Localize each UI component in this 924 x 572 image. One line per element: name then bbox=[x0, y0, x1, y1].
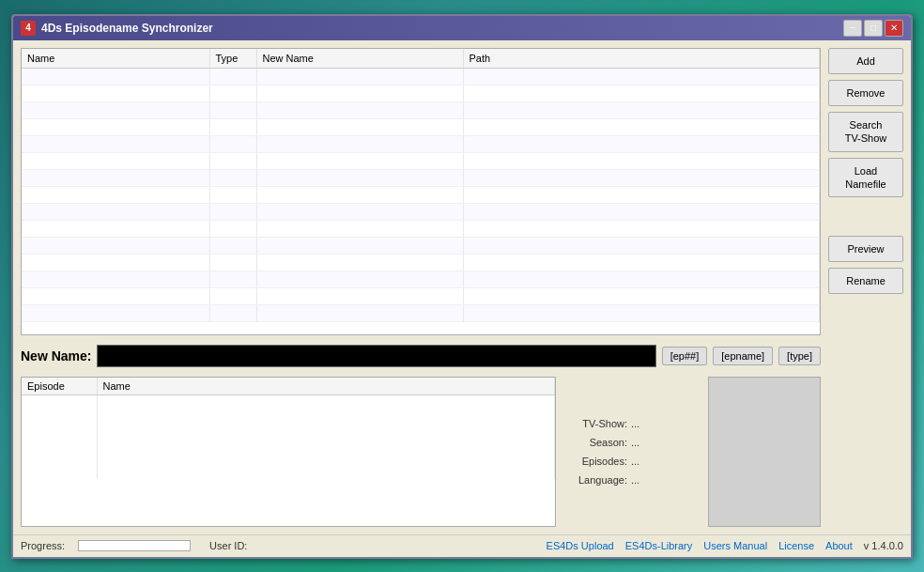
load-namefile-button[interactable]: LoadNamefile bbox=[828, 158, 903, 198]
bottom-panels: Episode Name bbox=[21, 377, 821, 527]
ep-table-row bbox=[22, 411, 555, 428]
ep-table-row bbox=[22, 428, 555, 445]
episode-table-container: Episode Name bbox=[21, 377, 556, 527]
table-row bbox=[22, 135, 820, 152]
ep-table-row bbox=[22, 445, 555, 462]
license-link[interactable]: License bbox=[778, 540, 814, 551]
col-header-newname: New Name bbox=[256, 49, 463, 69]
search-tv-show-button[interactable]: SearchTV-Show bbox=[828, 112, 903, 152]
season-value: ... bbox=[631, 437, 639, 448]
language-row: Language: ... bbox=[562, 474, 704, 486]
content-area: Name Type New Name Path bbox=[13, 40, 911, 534]
file-table: Name Type New Name Path bbox=[22, 49, 820, 322]
table-row bbox=[22, 186, 820, 203]
table-row bbox=[22, 287, 820, 304]
col-header-path: Path bbox=[463, 49, 820, 69]
tv-show-row: TV-Show: ... bbox=[562, 418, 704, 429]
es4ds-upload-link[interactable]: ES4Ds Upload bbox=[547, 540, 614, 551]
about-link[interactable]: About bbox=[825, 540, 853, 551]
table-row bbox=[22, 304, 820, 321]
status-links: ES4Ds Upload ES4Ds-Library Users Manual … bbox=[547, 540, 903, 551]
user-id-label: User ID: bbox=[209, 540, 247, 551]
main-window: 4 4Ds Episodename Synchronizer − □ ✕ Nam… bbox=[11, 14, 913, 559]
users-manual-link[interactable]: Users Manual bbox=[703, 540, 767, 551]
table-row bbox=[22, 118, 820, 135]
table-row bbox=[22, 152, 820, 169]
table-row bbox=[22, 169, 820, 186]
es4ds-library-link[interactable]: ES4Ds-Library bbox=[625, 540, 693, 551]
ep-col-episode: Episode bbox=[22, 378, 97, 395]
new-name-input[interactable] bbox=[97, 345, 655, 367]
season-label: Season: bbox=[562, 437, 627, 448]
epnum-button[interactable]: [ep##] bbox=[662, 347, 708, 365]
type-button[interactable]: [type] bbox=[778, 347, 821, 365]
close-button[interactable]: ✕ bbox=[885, 20, 903, 37]
version-text: v 1.4.0.0 bbox=[864, 540, 903, 551]
maximize-button[interactable]: □ bbox=[864, 20, 883, 37]
language-label: Language: bbox=[562, 474, 627, 486]
remove-button[interactable]: Remove bbox=[828, 80, 903, 106]
thumbnail-area bbox=[708, 377, 821, 527]
episode-table: Episode Name bbox=[22, 378, 555, 480]
col-header-type: Type bbox=[209, 49, 256, 69]
show-info: TV-Show: ... Season: ... Episodes: ... bbox=[562, 377, 704, 527]
minimize-button[interactable]: − bbox=[843, 20, 862, 37]
title-bar: 4 4Ds Episodename Synchronizer − □ ✕ bbox=[13, 16, 911, 40]
table-row bbox=[22, 271, 820, 287]
table-row bbox=[22, 203, 820, 220]
table-row bbox=[22, 254, 820, 271]
ep-table-row bbox=[22, 394, 555, 411]
episodes-label: Episodes: bbox=[562, 456, 627, 467]
window-title: 4Ds Episodename Synchronizer bbox=[41, 22, 843, 35]
new-name-row: New Name: [ep##] [epname] [type] bbox=[21, 341, 821, 371]
ep-table-row bbox=[22, 462, 555, 479]
progress-label: Progress: bbox=[21, 540, 65, 551]
side-buttons: Add Remove SearchTV-Show LoadNamefile ‎ … bbox=[828, 48, 903, 527]
episodes-value: ... bbox=[631, 456, 639, 467]
window-controls: − □ ✕ bbox=[843, 20, 903, 37]
progress-bar bbox=[78, 540, 191, 551]
table-row bbox=[22, 85, 820, 101]
add-button[interactable]: Add bbox=[828, 48, 903, 74]
language-value: ... bbox=[631, 474, 639, 486]
epname-button[interactable]: [epname] bbox=[713, 347, 773, 365]
tv-show-label: TV-Show: bbox=[562, 418, 627, 429]
preview-button[interactable]: Preview bbox=[828, 236, 903, 262]
table-row bbox=[22, 237, 820, 254]
rename-button[interactable]: Rename bbox=[828, 268, 903, 294]
tv-show-value: ... bbox=[631, 418, 639, 429]
episodes-row: Episodes: ... bbox=[562, 456, 704, 467]
table-row bbox=[22, 101, 820, 118]
season-row: Season: ... bbox=[562, 437, 704, 448]
new-name-label: New Name: bbox=[21, 348, 91, 363]
file-table-container: Name Type New Name Path bbox=[21, 48, 821, 335]
info-panel: TV-Show: ... Season: ... Episodes: ... bbox=[562, 377, 821, 527]
main-panel: Name Type New Name Path bbox=[21, 48, 821, 527]
table-row bbox=[22, 220, 820, 237]
ep-col-name: Name bbox=[97, 378, 555, 395]
col-header-name: Name bbox=[22, 49, 209, 69]
table-row bbox=[22, 68, 820, 85]
app-icon: 4 bbox=[21, 21, 36, 36]
status-bar: Progress: User ID: ES4Ds Upload ES4Ds-Li… bbox=[13, 534, 911, 557]
